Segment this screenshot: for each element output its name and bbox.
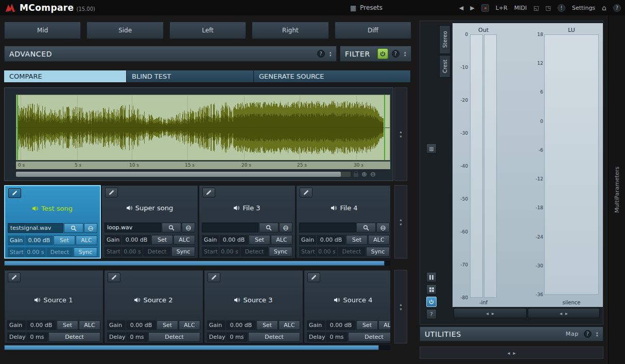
meter-display[interactable]: Out LU 0-10 -20-30 -40-50 -60-70 -80 181… bbox=[453, 23, 603, 307]
filename-field[interactable]: testsignal.wav bbox=[8, 223, 63, 233]
gain-value[interactable]: 0.00 dB bbox=[25, 235, 53, 245]
detect-button[interactable]: Detect bbox=[46, 247, 73, 257]
set-button[interactable]: Set bbox=[346, 235, 368, 245]
alc-button[interactable]: ALC bbox=[76, 235, 97, 245]
waveform-scrollbar[interactable] bbox=[16, 172, 351, 177]
midi-button[interactable]: MIDI bbox=[514, 5, 527, 11]
remove-file-button[interactable]: ⊖ bbox=[84, 223, 97, 233]
sync-button[interactable]: Sync bbox=[269, 247, 292, 257]
edit-icon[interactable] bbox=[207, 272, 220, 282]
gain-value[interactable]: 0.00 dB bbox=[219, 235, 248, 245]
set-button[interactable]: Set bbox=[151, 235, 173, 245]
source-slot-3[interactable]: Source 3 Gain 0.00 dB Set ALC Delay 0 ms… bbox=[204, 270, 303, 343]
filter-power-button[interactable] bbox=[377, 48, 388, 59]
filename-field[interactable]: loop.wav bbox=[105, 223, 161, 232]
edit-icon[interactable] bbox=[8, 272, 21, 282]
meter-settings-button[interactable]: ▥ bbox=[426, 143, 437, 154]
filename-field[interactable] bbox=[202, 223, 258, 232]
out-meter-range-slider[interactable]: ◂ ▸ bbox=[454, 308, 527, 318]
browse-file-button[interactable] bbox=[356, 223, 376, 232]
random-preset-icon[interactable] bbox=[481, 4, 489, 12]
file-row-scrollbar-thumb[interactable] bbox=[4, 261, 385, 266]
gain-value[interactable]: 0.00 dB bbox=[326, 320, 356, 330]
alc-button[interactable]: ALC bbox=[179, 320, 200, 330]
alc-button[interactable]: ALC bbox=[173, 235, 195, 245]
tab-crest[interactable]: Crest bbox=[439, 55, 450, 78]
previous-preset-icon[interactable]: ◀ bbox=[459, 5, 463, 11]
file-slot-3[interactable]: File 3 ⊖ Gain 0.00 dB Set ALC Start 0.00… bbox=[199, 185, 296, 259]
alc-button[interactable]: ALC bbox=[279, 320, 300, 330]
remove-file-button[interactable]: ⊖ bbox=[279, 223, 292, 232]
remove-file-button[interactable]: ⊖ bbox=[376, 223, 390, 232]
next-preset-icon[interactable]: ▶ bbox=[470, 5, 474, 11]
delay-value[interactable]: 0 ms bbox=[126, 332, 148, 342]
edit-icon[interactable] bbox=[105, 188, 118, 197]
resize-window-icon[interactable]: ◳ bbox=[546, 5, 551, 11]
settings-button[interactable]: Settings bbox=[572, 5, 595, 11]
info-icon[interactable]: ! bbox=[558, 4, 565, 12]
source-slot-2[interactable]: Source 2 Gain 0.00 dB Set ALC Delay 0 ms… bbox=[104, 270, 203, 343]
waveform-scrollbar-thumb[interactable] bbox=[16, 172, 341, 177]
gain-value[interactable]: 0.00 dB bbox=[122, 235, 151, 245]
loop-end-marker[interactable] bbox=[384, 95, 385, 160]
gain-value[interactable]: 0.00 dB bbox=[226, 320, 256, 330]
alc-button[interactable]: ALC bbox=[378, 320, 390, 330]
edit-icon[interactable] bbox=[8, 188, 21, 198]
browse-file-button[interactable] bbox=[64, 223, 83, 233]
gain-value[interactable]: 0.00 dB bbox=[26, 320, 56, 330]
delay-value[interactable]: 0 ms bbox=[26, 332, 48, 342]
tab-stereo[interactable]: Stereo bbox=[439, 25, 450, 54]
meter-help-button[interactable]: ? bbox=[426, 309, 437, 319]
meter-power-button[interactable] bbox=[426, 297, 437, 307]
source-slot-1[interactable]: Source 1 Gain 0.00 dB Set ALC Delay 0 ms… bbox=[4, 270, 103, 343]
sync-button[interactable]: Sync bbox=[74, 247, 97, 257]
home-icon[interactable]: ⌂ bbox=[602, 4, 606, 12]
sync-button[interactable]: Sync bbox=[366, 247, 390, 257]
multiparameters-strip[interactable]: MultiParameters bbox=[608, 15, 625, 364]
utilities-help-icon[interactable]: ? bbox=[584, 330, 592, 338]
advanced-help-icon[interactable]: ? bbox=[317, 50, 325, 58]
zoom-in-icon[interactable]: ⊕ bbox=[361, 171, 367, 177]
source-slot-4[interactable]: Source 4 Gain 0.00 dB Set ALC Delay 0 ms… bbox=[304, 270, 390, 343]
right-panel-resize-bar[interactable]: ◂ ▸ bbox=[420, 347, 603, 359]
filter-collapse-icon[interactable]: ▴▾ bbox=[404, 51, 406, 57]
channel-right-button[interactable]: Right bbox=[252, 22, 328, 39]
multiparameters-label[interactable]: MultiParameters bbox=[614, 167, 620, 213]
channel-side-button[interactable]: Side bbox=[86, 22, 163, 39]
utilities-collapse-icon[interactable]: ▴▾ bbox=[596, 331, 598, 337]
set-button[interactable]: Set bbox=[54, 235, 75, 245]
gain-value[interactable]: 0.00 dB bbox=[317, 235, 345, 245]
lock-icon[interactable] bbox=[354, 173, 358, 177]
file-row-resize-handle[interactable]: ▴ ▾ bbox=[394, 185, 407, 259]
advanced-collapse-icon[interactable]: ▴▾ bbox=[329, 51, 332, 57]
detect-button[interactable]: Detect bbox=[240, 247, 268, 257]
presets-button[interactable]: ▦ Presets bbox=[350, 0, 383, 15]
start-value[interactable]: 0.00 s bbox=[219, 247, 240, 257]
edit-icon[interactable] bbox=[307, 272, 320, 282]
detect-button[interactable]: Detect bbox=[248, 332, 300, 342]
channel-left-button[interactable]: Left bbox=[169, 22, 246, 39]
help-icon[interactable]: ? bbox=[613, 4, 621, 12]
waveform-canvas[interactable] bbox=[16, 95, 390, 160]
edit-icon[interactable] bbox=[202, 188, 215, 197]
tab-blind-test[interactable]: BLIND TEST bbox=[127, 70, 254, 82]
zoom-out-icon[interactable]: ⊖ bbox=[370, 171, 376, 177]
alc-button[interactable]: ALC bbox=[368, 235, 390, 245]
filter-panel-header[interactable]: FILTER ? ▴▾ bbox=[340, 46, 411, 62]
source-row-scrollbar[interactable] bbox=[4, 345, 390, 350]
advanced-panel-header[interactable]: ADVANCED ? ▴▾ bbox=[4, 46, 337, 62]
detach-window-icon[interactable]: ◱ bbox=[533, 5, 539, 11]
lu-meter-range-slider[interactable]: ◂ ▸ bbox=[528, 308, 600, 318]
browse-file-button[interactable] bbox=[162, 223, 181, 232]
detect-button[interactable]: Detect bbox=[338, 247, 366, 257]
loop-start-marker[interactable] bbox=[17, 95, 18, 160]
set-button[interactable]: Set bbox=[256, 320, 278, 330]
file-slot-2[interactable]: Super song loop.wav ⊖ Gain 0.00 dB Set A… bbox=[101, 185, 198, 259]
filter-help-icon[interactable]: ? bbox=[392, 50, 400, 58]
tab-compare[interactable]: COMPARE bbox=[4, 70, 127, 82]
edit-icon[interactable] bbox=[300, 188, 312, 197]
file-slot-1[interactable]: Test song testsignal.wav ⊖ Gain 0.00 dB … bbox=[4, 185, 101, 259]
utilities-panel-header[interactable]: UTILITIES Map ? ▴▾ bbox=[420, 326, 603, 341]
set-button[interactable]: Set bbox=[356, 320, 378, 330]
map-button[interactable]: Map bbox=[566, 331, 579, 337]
